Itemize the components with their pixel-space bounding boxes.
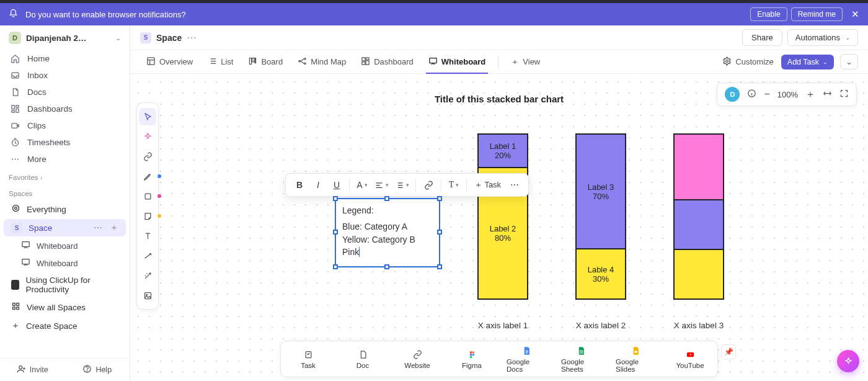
chart-bar[interactable]	[673, 133, 724, 300]
invite-button[interactable]: Invite	[0, 359, 65, 381]
automations-button[interactable]: Automations⌄	[787, 29, 858, 46]
help-button[interactable]: Help	[65, 359, 130, 381]
tool-image[interactable]	[139, 287, 156, 304]
chart-segment[interactable]: Label 370%	[577, 135, 625, 248]
sidebar-item-whiteboard-2[interactable]: Whiteboard	[0, 254, 130, 272]
tool-select[interactable]	[139, 108, 156, 125]
sidebar-item-everything[interactable]: Everything	[4, 200, 126, 218]
legend-textbox[interactable]: Legend: Blue: Category A Yellow: Categor…	[335, 198, 440, 267]
sidebar-item-timesheets[interactable]: Timesheets	[0, 134, 130, 151]
info-icon[interactable]	[747, 89, 756, 101]
favorites-section[interactable]: Favorites›	[0, 168, 130, 184]
text-size-button[interactable]: T▾	[445, 176, 463, 194]
sidebar-item-more[interactable]: More	[0, 151, 130, 168]
convert-task-button[interactable]: ＋ Task	[471, 179, 505, 191]
add-view-button[interactable]: ＋View	[505, 50, 546, 73]
sidebar-item-clips[interactable]: Clips	[0, 117, 130, 134]
align-button[interactable]: ▾	[372, 176, 391, 194]
chart-bar[interactable]: Label 370%Lable 430%	[575, 133, 626, 300]
remind-me-button[interactable]: Remind me	[791, 7, 843, 21]
tool-magic[interactable]	[139, 267, 156, 284]
resize-handle[interactable]	[333, 230, 338, 235]
underline-button[interactable]: U	[328, 176, 345, 194]
x-axis-label[interactable]: X axis label 1	[478, 321, 528, 330]
sidebar-item-docs[interactable]: Docs	[0, 84, 130, 101]
chart-segment[interactable]	[675, 199, 723, 249]
plus-icon: ＋	[511, 56, 519, 68]
resize-handle[interactable]	[333, 264, 338, 269]
tool-shape[interactable]	[139, 187, 156, 205]
add-task-button[interactable]: Add Task⌄	[781, 55, 834, 69]
tool-connector[interactable]	[139, 247, 156, 264]
user-avatar[interactable]: D	[725, 87, 740, 102]
tab-board[interactable]: Board	[242, 50, 289, 73]
font-button[interactable]: A▾	[353, 176, 371, 194]
close-icon[interactable]: ✕	[851, 9, 859, 20]
sidebar-item-create-space[interactable]: ＋Create Space	[4, 317, 126, 334]
tab-overview[interactable]: Overview	[140, 50, 199, 73]
tool-ai[interactable]	[139, 128, 156, 145]
tray-task[interactable]: Task	[288, 349, 328, 369]
space-title[interactable]: Space	[156, 33, 182, 43]
zoom-level[interactable]: 100%	[777, 90, 798, 99]
ai-fab[interactable]	[837, 350, 859, 372]
resize-handle[interactable]	[384, 264, 389, 269]
link-button[interactable]	[420, 176, 437, 194]
tab-list[interactable]: List	[202, 50, 239, 73]
italic-button[interactable]: I	[309, 176, 327, 194]
chart-bar[interactable]: Label 120%Label 280%	[477, 133, 528, 300]
resize-handle[interactable]	[437, 264, 442, 269]
chart-segment[interactable]: Lable 430%	[577, 248, 625, 298]
whiteboard-canvas[interactable]: D − 100% ＋ Title	[130, 74, 868, 381]
resize-handle[interactable]	[437, 230, 442, 235]
resize-handle[interactable]	[333, 196, 338, 201]
tray-figma[interactable]: Figma	[452, 349, 492, 369]
sidebar-item-using-clickup[interactable]: Using ClickUp for Productivity	[4, 272, 126, 297]
more-button[interactable]: ⌄	[840, 54, 858, 69]
sidebar-item-space[interactable]: S Space ⋯ ＋	[4, 219, 126, 236]
sidebar-item-dashboards[interactable]: Dashboards	[0, 101, 130, 117]
pin-tray-icon[interactable]: 📌	[721, 344, 736, 359]
tab-whiteboard[interactable]: Whiteboard	[422, 50, 492, 73]
tray-doc[interactable]: Doc	[343, 349, 383, 369]
share-button[interactable]: Share	[742, 29, 782, 46]
x-axis-label[interactable]: X axis label 3	[674, 321, 724, 330]
tool-pen[interactable]	[139, 168, 156, 185]
tray-gslides[interactable]: Google Slides	[616, 345, 655, 373]
chart-segment[interactable]: Label 120%	[479, 135, 527, 167]
tab-mindmap[interactable]: Mind Map	[291, 50, 352, 73]
customize-button[interactable]: Customize	[717, 56, 778, 68]
tool-text[interactable]	[139, 227, 156, 244]
tab-dashboard[interactable]: Dashboard	[355, 50, 420, 73]
workspace-switcher[interactable]: D Dipanjenah 2… ⌄	[0, 25, 130, 50]
sidebar-item-home[interactable]: Home	[0, 50, 130, 67]
tray-website[interactable]: Website	[397, 349, 437, 369]
tray-gdocs[interactable]: Google Docs	[507, 345, 546, 373]
fit-width-icon[interactable]	[823, 89, 832, 101]
space-add-icon[interactable]: ＋	[110, 222, 118, 233]
more-format-button[interactable]: ⋯	[506, 176, 523, 194]
chart-segment[interactable]	[675, 249, 723, 298]
enable-button[interactable]: Enable	[750, 7, 787, 21]
legend-line: Blue: Category A	[342, 220, 433, 233]
chart-title[interactable]: Title of this stacked bar chart	[435, 94, 564, 104]
tool-sticky[interactable]	[139, 207, 156, 225]
tray-gsheets[interactable]: Google Sheets	[561, 345, 601, 373]
bold-button[interactable]: B	[291, 176, 308, 194]
resize-handle[interactable]	[437, 196, 442, 201]
x-axis-label[interactable]: X axis label 2	[576, 321, 626, 330]
space-more-icon[interactable]: ⋯	[187, 32, 197, 43]
doc-icon	[357, 349, 368, 360]
fullscreen-icon[interactable]	[839, 89, 849, 101]
tool-link[interactable]	[139, 148, 156, 165]
space-more-icon[interactable]: ⋯	[94, 223, 102, 233]
sidebar-item-inbox[interactable]: Inbox	[0, 67, 130, 84]
tray-youtube[interactable]: YouTube	[670, 349, 710, 369]
zoom-in-icon[interactable]: ＋	[805, 88, 815, 101]
list-button[interactable]: ▾	[392, 176, 412, 194]
resize-handle[interactable]	[384, 196, 389, 201]
sidebar-item-view-all[interactable]: View all Spaces	[4, 298, 126, 316]
sidebar-item-whiteboard-1[interactable]: Whiteboard	[0, 237, 130, 254]
chart-segment[interactable]	[675, 135, 723, 199]
zoom-out-icon[interactable]: −	[764, 89, 769, 100]
